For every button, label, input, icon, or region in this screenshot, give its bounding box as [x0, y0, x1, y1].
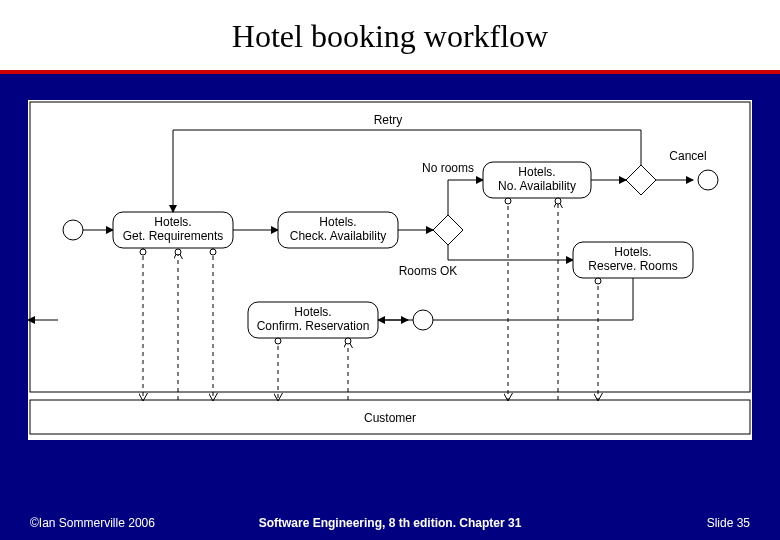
port-noavail-out	[505, 198, 511, 204]
node-confirm-l2: Confirm. Reservation	[257, 319, 370, 333]
port-noavail-in	[555, 198, 561, 204]
node-reserve-l1: Hotels.	[614, 245, 651, 259]
node-confirm-l1: Hotels.	[294, 305, 331, 319]
footer-slide-number: Slide 35	[707, 516, 750, 530]
label-no-rooms: No rooms	[422, 161, 474, 175]
label-rooms-ok: Rooms OK	[399, 264, 458, 278]
port-reserve-out	[595, 278, 601, 284]
label-cancel: Cancel	[669, 149, 706, 163]
port-getreq-in	[175, 249, 181, 255]
end-node-confirm	[413, 310, 433, 330]
node-get-requirements-l2: Get. Requirements	[123, 229, 224, 243]
node-reserve-l2: Reserve. Rooms	[588, 259, 677, 273]
node-check-avail-l2: Check. Availability	[290, 229, 387, 243]
label-retry: Retry	[374, 113, 403, 127]
port-confirm-out	[275, 338, 281, 344]
port-confirm-in	[345, 338, 351, 344]
title-underline	[0, 70, 780, 74]
port-getreq-out2	[210, 249, 216, 255]
slide: Hotel booking workflow Customer	[0, 0, 780, 540]
port-getreq-out	[140, 249, 146, 255]
workflow-diagram: Customer Hotels. Get. Requirements Hotel…	[28, 100, 752, 440]
start-node	[63, 220, 83, 240]
end-node-cancel	[698, 170, 718, 190]
diagram-canvas: Customer Hotels. Get. Requirements Hotel…	[28, 100, 752, 440]
footer-book-chapter: Software Engineering, 8 th edition. Chap…	[0, 516, 780, 530]
customer-lane-label: Customer	[364, 411, 416, 425]
node-noavail-l2: No. Availability	[498, 179, 576, 193]
node-get-requirements-l1: Hotels.	[154, 215, 191, 229]
slide-title: Hotel booking workflow	[0, 18, 780, 55]
node-check-avail-l1: Hotels.	[319, 215, 356, 229]
decision-retry-cancel	[626, 165, 656, 195]
decision-availability	[433, 215, 463, 245]
node-noavail-l1: Hotels.	[518, 165, 555, 179]
